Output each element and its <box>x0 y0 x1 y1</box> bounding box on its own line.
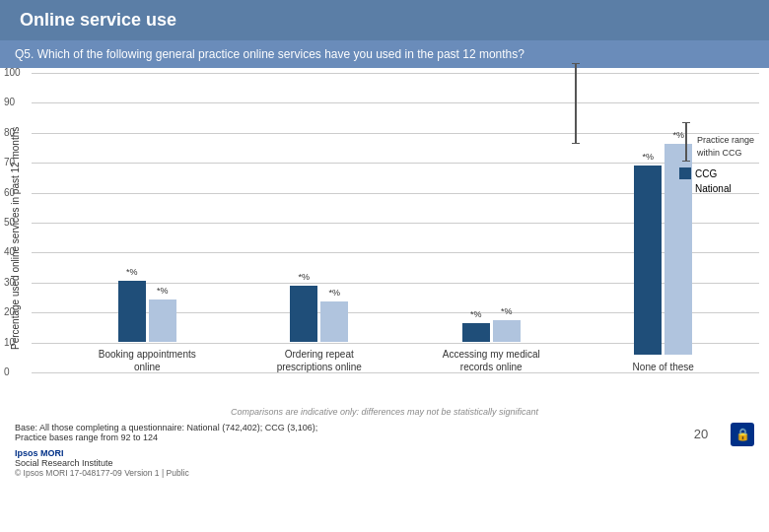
bar-group-booking: *% *% Booking appointmentsonline <box>61 281 234 373</box>
ipsos-mori-bold: Ipsos MORI <box>15 448 64 458</box>
bar-accessing-national-label: *% <box>501 306 513 316</box>
chart-container: 100 90 80 70 60 50 40 30 20 10 0 *% <box>32 73 759 403</box>
bar-ordering-ccg: *% <box>290 286 317 342</box>
legend-national-box <box>679 182 691 194</box>
logo-area: 🔒 <box>731 423 754 446</box>
legend-ccg-label: CCG <box>695 168 717 179</box>
range-bracket-legend-svg <box>679 122 693 162</box>
legend-national: National <box>679 182 754 194</box>
legend-area: Practice rangewithin CCG CCG National <box>679 122 754 197</box>
bar-ordering-national-label: *% <box>328 288 340 298</box>
practice-range-legend: Practice rangewithin CCG <box>679 122 754 162</box>
x-label-accessing: Accessing my medicalrecords online <box>443 348 540 373</box>
chart-area: Percentage used online services in past … <box>0 68 769 403</box>
bar-accessing-ccg: *% <box>462 323 490 342</box>
page-number: 20 <box>671 423 731 441</box>
bottom-section: Base: All those completing a questionnai… <box>0 419 769 446</box>
bars-area: *% *% Booking appointmentsonline *% *% <box>61 73 749 373</box>
header-title: Online service use <box>20 10 176 30</box>
legend-ccg-box <box>679 167 691 179</box>
bar-ordering-national: *% <box>320 301 348 342</box>
base-text: Base: All those completing a questionnai… <box>15 423 671 432</box>
header: Online service use <box>0 0 769 40</box>
footer-note: Comparisons are indicative only: differe… <box>0 403 769 419</box>
base-text2: Practice bases range from 92 to 124 <box>15 432 671 442</box>
bar-group-ordering: *% *% Ordering repeatprescriptions onlin… <box>234 286 406 373</box>
bar-accessing-ccg-label: *% <box>470 309 482 319</box>
bar-group-accessing: *% *% Accessing my medicalrecords online <box>405 320 578 373</box>
lock-icon: 🔒 <box>731 423 754 446</box>
bar-booking-ccg-label: *% <box>126 267 138 277</box>
x-label-none: None of these <box>633 361 694 373</box>
range-bracket-svg <box>570 63 582 144</box>
x-label-ordering: Ordering repeatprescriptions online <box>277 348 362 373</box>
bar-accessing-national: *% <box>493 320 521 342</box>
y-axis-label: Percentage used online services in past … <box>10 73 32 403</box>
question-text: Q5. Which of the following general pract… <box>15 47 524 61</box>
practice-range-text: Practice rangewithin CCG <box>697 122 754 159</box>
bar-none-ccg: *% <box>634 166 662 355</box>
question-bar: Q5. Which of the following general pract… <box>0 40 769 68</box>
x-label-booking: Booking appointmentsonline <box>99 348 196 373</box>
ipsos-social: Social Research Institute <box>15 458 113 468</box>
bar-booking-ccg: *% <box>118 281 146 342</box>
legend-national-label: National <box>695 183 732 194</box>
legend-ccg: CCG <box>679 167 754 179</box>
bar-booking-national: *% <box>149 299 176 342</box>
ipsos-footer: Ipsos MORI Social Research Institute © I… <box>0 446 769 480</box>
bar-ordering-ccg-label: *% <box>298 272 310 282</box>
practice-range-bracket <box>570 63 582 144</box>
bar-booking-national-label: *% <box>157 286 169 296</box>
bar-none-ccg-label: *% <box>642 152 654 162</box>
base-info: Base: All those completing a questionnai… <box>15 423 671 442</box>
ipsos-logo-text: Ipsos MORI Social Research Institute <box>15 448 754 468</box>
copyright-text: © Ipsos MORI 17-048177-09 Version 1 | Pu… <box>15 468 754 478</box>
